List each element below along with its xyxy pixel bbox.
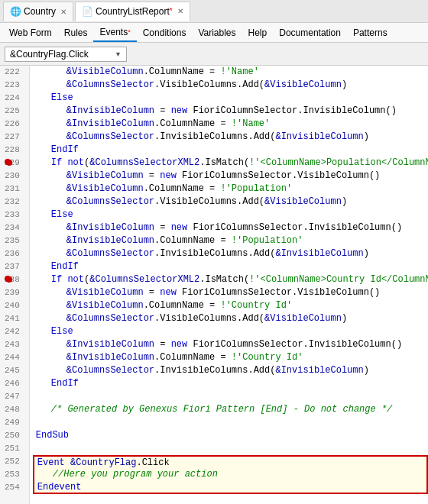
line-number-253: 253 [5, 468, 24, 481]
line-number-240: 240 [5, 299, 24, 312]
tab-modified-indicator: * [170, 7, 173, 15]
line-number-242: 242 [5, 325, 24, 338]
line-number-246: 246 [5, 377, 24, 390]
menu-bar: Web Form Rules Events* Conditions Variab… [0, 23, 428, 43]
line-number-247: 247 [5, 390, 24, 403]
line-number-235: 235 [5, 234, 24, 247]
code-line-249[interactable] [33, 416, 428, 429]
code-line-247[interactable] [33, 390, 428, 403]
country-tab-icon: 🌐 [10, 6, 21, 17]
line-number-223: 223 [5, 79, 24, 92]
code-line-244[interactable]: &InvisibleColumn.ColumnName = !'Country … [33, 351, 428, 364]
line-number-233: 233 [5, 208, 24, 221]
code-line-253[interactable]: //Here you program your action [33, 468, 428, 481]
line-number-252: 252 [5, 455, 24, 468]
tab-country-close[interactable]: ✕ [60, 8, 66, 16]
code-line-252[interactable]: Event &CountryFlag.Click [33, 455, 428, 468]
line-number-244: 244 [5, 351, 24, 364]
event-bar: &CountryFlag.Click ▼ [0, 43, 428, 66]
code-line-238[interactable]: If not(&ColumnsSelectorXML2.IsMatch(!'<C… [33, 273, 428, 286]
code-line-254[interactable]: Endevent [33, 481, 428, 494]
code-line-248[interactable]: /* Generated by Genexus Fiori Pattern [E… [33, 403, 428, 416]
breakpoint-marker [6, 160, 12, 166]
menu-patterns[interactable]: Patterns [347, 24, 394, 42]
code-line-234[interactable]: &InvisibleColumn = new FioriColumnsSelec… [33, 221, 428, 234]
menu-webform[interactable]: Web Form [3, 24, 58, 42]
line-number-254: 254 [5, 481, 24, 494]
tab-country[interactable]: 🌐 Country ✕ [3, 2, 73, 21]
line-number-231: 231 [5, 183, 24, 195]
code-line-229[interactable]: If not(&ColumnsSelectorXML2.IsMatch(!'<C… [33, 157, 428, 170]
event-selector[interactable]: &CountryFlag.Click ▼ [5, 47, 127, 62]
tab-country-label: Country [24, 6, 56, 17]
code-line-245[interactable]: &ColumnsSelector.InvisibleColumns.Add(&I… [33, 364, 428, 377]
breakpoint-marker [6, 276, 12, 283]
code-line-225[interactable]: &InvisibleColumn = new FioriColumnSelect… [33, 105, 428, 118]
line-number-230: 230 [5, 170, 24, 183]
line-number-224: 224 [5, 92, 24, 105]
line-number-251: 251 [5, 442, 24, 455]
line-number-222: 222 [5, 66, 24, 79]
line-number-232: 232 [5, 195, 24, 208]
code-line-230[interactable]: &VisibleColumn = new FioriColumnsSelecto… [33, 170, 428, 183]
tab-countrylistreport-label: CountryListReport [96, 6, 170, 17]
code-line-246[interactable]: EndIf [33, 377, 428, 390]
code-line-241[interactable]: &ColumnsSelector.VisibleColumns.Add(&Vis… [33, 312, 428, 325]
tab-countrylistreport-close[interactable]: ✕ [177, 7, 183, 15]
code-line-240[interactable]: &VisibleColumn.ColumnName = !'Country Id… [33, 299, 428, 312]
code-line-228[interactable]: EndIf [33, 144, 428, 157]
event-selector-arrow: ▼ [115, 50, 122, 58]
code-line-232[interactable]: &ColumnsSelector.VisibleColumns.Add(&Vis… [33, 195, 428, 208]
countrylistreport-tab-icon: 📄 [82, 6, 92, 17]
line-number-238: 238 [5, 273, 24, 286]
line-number-248: 248 [5, 403, 24, 416]
line-number-249: 249 [5, 416, 24, 429]
code-line-224[interactable]: Else [33, 92, 428, 105]
code-content[interactable]: &VisibleColumn.ColumnName = !'Name'&Colu… [30, 66, 428, 504]
code-line-227[interactable]: &ColumnsSelector.InvisibleColumns.Add(&I… [33, 131, 428, 144]
line-number-227: 227 [5, 131, 24, 144]
title-bar: 🌐 Country ✕ 📄 CountryListReport * ✕ [0, 0, 428, 23]
code-line-223[interactable]: &ColumnsSelector.VisibleColumns.Add(&Vis… [33, 79, 428, 92]
line-number-241: 241 [5, 312, 24, 325]
code-line-235[interactable]: &InvisibleColumn.ColumnName = !'Populati… [33, 234, 428, 247]
code-line-226[interactable]: &InvisibleColumn.ColumnName = !'Name' [33, 118, 428, 131]
menu-variables[interactable]: Variables [192, 24, 242, 42]
code-editor[interactable]: 2222232242252262272282292302312322332342… [0, 66, 428, 504]
line-number-245: 245 [5, 364, 24, 377]
line-number-250: 250 [5, 429, 24, 442]
code-line-242[interactable]: Else [33, 325, 428, 338]
code-line-239[interactable]: &VisibleColumn = new FioriColumnsSelecto… [33, 286, 428, 299]
menu-rules[interactable]: Rules [58, 24, 94, 42]
line-number-228: 228 [5, 144, 24, 157]
line-number-239: 239 [5, 286, 24, 299]
line-number-229: 229 [5, 157, 24, 170]
line-number-236: 236 [5, 247, 24, 260]
menu-documentation[interactable]: Documentation [273, 24, 347, 42]
line-number-237: 237 [5, 260, 24, 273]
code-line-236[interactable]: &ColumnsSelector.InvisibleColumns.Add(&I… [33, 247, 428, 260]
code-line-233[interactable]: Else [33, 208, 428, 221]
code-line-237[interactable]: EndIf [33, 260, 428, 273]
tab-countrylistreport[interactable]: 📄 CountryListReport * ✕ [75, 2, 190, 21]
menu-help[interactable]: Help [242, 24, 274, 42]
code-line-250[interactable]: EndSub [33, 429, 428, 442]
menu-conditions[interactable]: Conditions [137, 24, 193, 42]
line-numbers: 2222232242252262272282292302312322332342… [0, 66, 30, 504]
event-selector-value: &CountryFlag.Click [10, 49, 89, 60]
code-line-243[interactable]: &InvisibleColumn = new FioriColumnsSelec… [33, 338, 428, 351]
menu-events[interactable]: Events* [93, 24, 136, 42]
line-number-234: 234 [5, 221, 24, 234]
line-number-243: 243 [5, 338, 24, 351]
line-number-225: 225 [5, 105, 24, 118]
code-line-251[interactable] [33, 442, 428, 455]
code-line-222[interactable]: &VisibleColumn.ColumnName = !'Name' [33, 66, 428, 79]
line-number-226: 226 [5, 118, 24, 131]
code-line-231[interactable]: &VisibleColumn.ColumnName = !'Population… [33, 183, 428, 195]
